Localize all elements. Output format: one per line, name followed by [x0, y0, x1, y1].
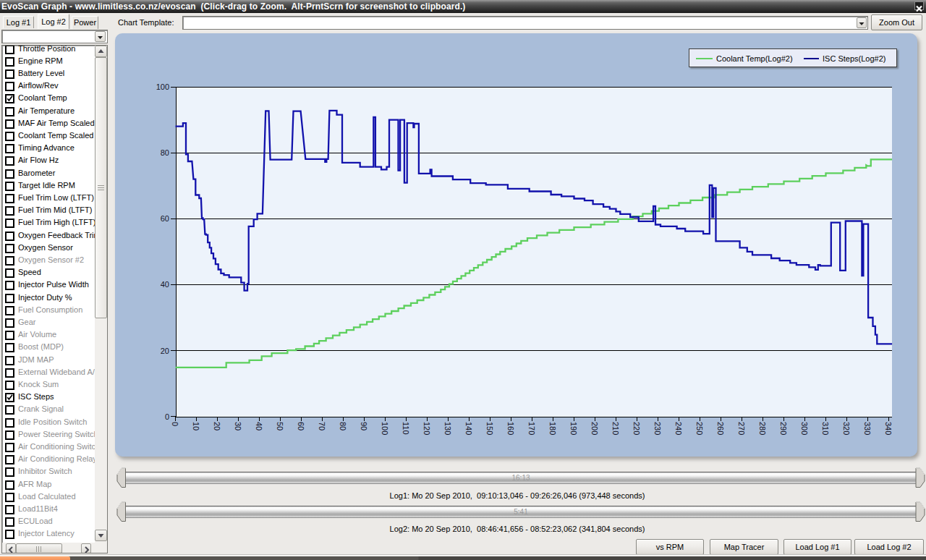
svg-text:290: 290: [779, 422, 788, 435]
svg-text:100: 100: [381, 422, 389, 435]
svg-text:70: 70: [318, 422, 326, 430]
svg-text:260: 260: [716, 422, 725, 435]
svg-text:20: 20: [213, 422, 221, 430]
svg-text:300: 300: [800, 422, 809, 435]
svg-text:210: 210: [611, 422, 620, 435]
svg-text:250: 250: [695, 422, 704, 435]
svg-text:110: 110: [402, 422, 410, 435]
svg-text:80: 80: [161, 148, 169, 157]
svg-text:40: 40: [255, 422, 263, 430]
svg-text:0: 0: [171, 422, 179, 426]
svg-text:230: 230: [653, 422, 662, 435]
svg-text:190: 190: [569, 422, 578, 435]
svg-text:320: 320: [842, 422, 851, 435]
svg-text:340: 340: [884, 422, 893, 435]
svg-text:140: 140: [464, 422, 473, 435]
svg-text:220: 220: [632, 422, 641, 435]
svg-text:120: 120: [422, 422, 431, 435]
svg-text:180: 180: [548, 422, 557, 435]
svg-text:80: 80: [339, 422, 347, 430]
svg-text:310: 310: [821, 422, 830, 435]
svg-text:10: 10: [192, 422, 200, 430]
svg-text:60: 60: [161, 214, 169, 223]
svg-text:20: 20: [161, 347, 169, 355]
svg-text:0: 0: [165, 412, 169, 421]
svg-text:40: 40: [161, 280, 169, 289]
svg-text:30: 30: [234, 422, 242, 430]
svg-text:240: 240: [674, 422, 683, 435]
svg-text:100: 100: [156, 82, 169, 91]
svg-text:270: 270: [737, 422, 746, 435]
svg-text:50: 50: [276, 422, 284, 430]
svg-text:60: 60: [297, 422, 305, 430]
svg-text:330: 330: [863, 422, 872, 435]
svg-text:200: 200: [590, 422, 599, 435]
svg-text:90: 90: [360, 422, 368, 430]
svg-text:170: 170: [527, 422, 536, 435]
svg-text:130: 130: [443, 422, 452, 435]
svg-text:150: 150: [485, 422, 494, 435]
svg-text:160: 160: [506, 422, 515, 435]
svg-text:280: 280: [758, 422, 767, 435]
